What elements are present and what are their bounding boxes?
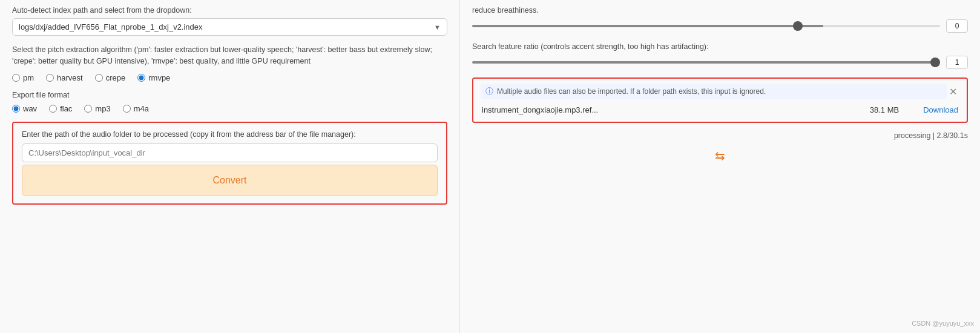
format-option-m4a[interactable]: m4a [123, 104, 149, 113]
breathiness-slider[interactable] [472, 25, 940, 27]
pitch-label-harvest: harvest [57, 73, 83, 82]
index-section: Auto-detect index path and select from t… [12, 6, 447, 36]
pitch-label-crepe: crepe [106, 73, 126, 82]
convert-button[interactable]: Convert [22, 165, 438, 196]
pitch-section: Select the pitch extraction algorithm ('… [12, 44, 447, 82]
output-section: ⓘ Multiple audio files can also be impor… [472, 77, 968, 123]
pitch-option-crepe[interactable]: crepe [95, 73, 126, 82]
output-info-row: ⓘ Multiple audio files can also be impor… [481, 84, 947, 99]
format-option-flac[interactable]: flac [49, 104, 72, 113]
output-info-text: Multiple audio files can also be importe… [497, 87, 766, 96]
processing-status-row: processing | 2.8/30.1s [472, 131, 968, 140]
pitch-label-pm: pm [23, 73, 34, 82]
format-radio-group: wav flac mp3 m4a [12, 104, 447, 113]
left-panel: Auto-detect index path and select from t… [0, 0, 460, 333]
export-label: Export file format [12, 91, 447, 99]
feature-ratio-label: Search feature ratio (controls accent st… [472, 42, 968, 51]
format-option-wav[interactable]: wav [12, 104, 37, 113]
pitch-radio-group: pm harvest crepe rmvpe [12, 73, 447, 82]
index-value: logs/dxj/added_IVF656_Flat_nprobe_1_dxj_… [19, 22, 429, 31]
pitch-option-pm[interactable]: pm [12, 73, 34, 82]
pitch-label-rmvpe: rmvpe [148, 73, 170, 82]
folder-label: Enter the path of the audio folder to be… [22, 130, 438, 139]
breathiness-slider-row: 0 [472, 19, 968, 33]
info-icon: ⓘ [485, 86, 493, 97]
spinner-row: ⇆ [472, 148, 968, 163]
output-file-row: instrument_dongxiaojie.mp3.ref... 38.1 M… [481, 103, 959, 117]
feature-slider-row: 1 [472, 56, 968, 69]
format-label-flac: flac [60, 104, 72, 113]
export-section: Export file format wav flac mp3 m4a [12, 91, 447, 113]
feature-ratio-value: 1 [946, 56, 968, 69]
output-header: ⓘ Multiple audio files can also be impor… [481, 84, 959, 99]
close-button[interactable]: ✕ [947, 86, 959, 97]
breathiness-value: 0 [946, 19, 968, 33]
pitch-option-rmvpe[interactable]: rmvpe [137, 73, 170, 82]
format-label-wav: wav [23, 104, 37, 113]
right-panel: reduce breathiness. 0 Search feature rat… [460, 0, 980, 333]
format-option-mp3[interactable]: mp3 [84, 104, 110, 113]
index-dropdown-row[interactable]: logs/dxj/added_IVF656_Flat_nprobe_1_dxj_… [12, 18, 447, 36]
folder-input[interactable] [22, 143, 438, 162]
pitch-description: Select the pitch extraction algorithm ('… [12, 44, 447, 67]
output-file-size: 38.1 MB [870, 105, 899, 114]
feature-ratio-slider[interactable] [472, 61, 940, 64]
pitch-option-harvest[interactable]: harvest [46, 73, 83, 82]
processing-status: processing | 2.8/30.1s [894, 131, 968, 140]
folder-section: Enter the path of the audio folder to be… [22, 130, 438, 162]
output-file-name: instrument_dongxiaojie.mp3.ref... [482, 105, 846, 114]
download-button[interactable]: Download [923, 105, 958, 114]
right-top-section: reduce breathiness. 0 Search feature rat… [472, 0, 968, 69]
breathiness-label: reduce breathiness. [472, 6, 968, 15]
folder-convert-box: Enter the path of the audio folder to be… [12, 122, 447, 205]
watermark: CSDN @yuyuyu_xxx [912, 320, 974, 327]
format-label-m4a: m4a [134, 104, 149, 113]
chevron-down-icon: ▼ [434, 24, 441, 31]
format-label-mp3: mp3 [95, 104, 110, 113]
loading-spinner-icon: ⇆ [715, 148, 725, 163]
index-label: Auto-detect index path and select from t… [12, 6, 447, 15]
